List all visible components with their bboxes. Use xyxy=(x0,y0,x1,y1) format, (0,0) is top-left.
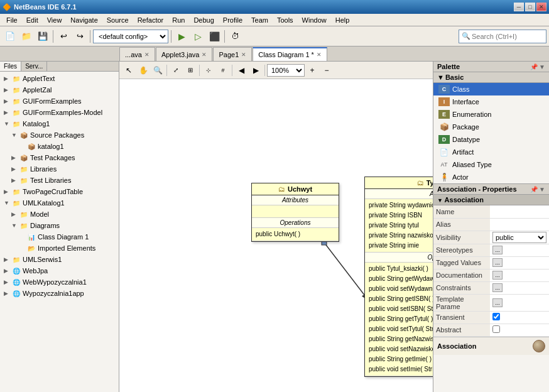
redo-button[interactable]: ↪ xyxy=(72,29,87,44)
menu-item-run[interactable]: Run xyxy=(168,15,188,25)
grid-tool[interactable]: # xyxy=(216,63,230,77)
doc-btn[interactable]: ... xyxy=(492,271,503,280)
tree-item-guiform[interactable]: ▶ 📁 GUIFormExamples xyxy=(1,95,117,107)
maximize-button[interactable]: □ xyxy=(525,3,535,11)
template-btn[interactable]: ... xyxy=(492,298,503,307)
tab-applet3[interactable]: Applet3.java ✕ xyxy=(156,47,213,61)
save-button[interactable]: 💾 xyxy=(35,29,50,44)
assoc-name-value[interactable] xyxy=(490,205,549,218)
palette-menu-icon[interactable]: ▼ xyxy=(539,63,545,70)
assoc-doc-value[interactable]: ... xyxy=(490,269,549,281)
palette-pin-icon[interactable]: 📌 xyxy=(530,63,538,70)
palette-basic-title[interactable]: ▼ Basic xyxy=(433,72,549,83)
tree-item-test-packages[interactable]: ▶ 📦 Test Packages xyxy=(1,152,117,163)
assoc-transient-value[interactable] xyxy=(490,311,549,324)
assoc-menu-icon[interactable]: ▼ xyxy=(539,186,545,193)
assoc-visibility-value[interactable]: public private protected xyxy=(490,231,549,244)
stereo-btn[interactable]: ... xyxy=(492,246,503,254)
undo-button[interactable]: ↩ xyxy=(56,29,71,44)
palette-item-interface[interactable]: I Interface xyxy=(433,95,549,108)
menu-item-team[interactable]: Team xyxy=(247,15,272,25)
new-button[interactable]: 📄 xyxy=(3,29,18,44)
tree-item-diagrams[interactable]: ▼ 📁 Diagrams xyxy=(1,220,117,231)
abstract-checkbox[interactable] xyxy=(492,325,500,333)
tree-item-source-packages[interactable]: ▼ 📦 Source Packages xyxy=(1,129,117,141)
snap-tool[interactable]: ⊹ xyxy=(202,63,215,77)
search-box[interactable]: 🔍 xyxy=(459,30,546,43)
config-combo[interactable]: <default config> xyxy=(93,30,168,43)
tab-applet3-close[interactable]: ✕ xyxy=(202,52,207,58)
zoom-out-btn[interactable]: − xyxy=(320,63,334,77)
diagram-canvas[interactable]: 🗂 Uchwyt Attributes Operations public Uc… xyxy=(119,79,433,392)
open-button[interactable]: 📁 xyxy=(19,29,34,44)
debug-button[interactable]: ▷ xyxy=(190,29,205,44)
left-tab-serv[interactable]: Serv... xyxy=(21,62,47,71)
menu-item-file[interactable]: File xyxy=(3,15,21,25)
menu-item-debug[interactable]: Debug xyxy=(190,15,217,25)
tab-class-diagram[interactable]: Class Diagram 1 * ✕ xyxy=(253,47,327,61)
zoom-select[interactable]: 100% xyxy=(267,64,305,77)
select-tool[interactable]: ↖ xyxy=(122,63,136,77)
tree-item-model[interactable]: ▶ 📁 Model xyxy=(1,209,117,220)
tree-item-katalog1-pkg[interactable]: 📦 katalog1 xyxy=(1,141,117,152)
uml-class-uchwyt[interactable]: 🗂 Uchwyt Attributes Operations public Uc… xyxy=(251,183,339,242)
tree-item-appletzal[interactable]: ▶ 📁 AppletZal xyxy=(1,84,117,95)
menu-item-source[interactable]: Source xyxy=(103,15,133,25)
tab-page1-close[interactable]: ✕ xyxy=(241,52,246,58)
tagged-btn[interactable]: ... xyxy=(492,258,503,267)
assoc-pin-icon[interactable]: 📌 xyxy=(530,186,538,193)
search-input[interactable] xyxy=(472,33,543,40)
palette-item-actor[interactable]: 🧍 Actor xyxy=(433,171,549,183)
file-tree[interactable]: ▶ 📁 AppletText ▶ 📁 AppletZal ▶ 📁 GUIForm… xyxy=(0,72,119,392)
pan-tool[interactable]: ✋ xyxy=(136,63,150,77)
tree-item-umlserwis[interactable]: ▶ 📁 UMLSerwis1 xyxy=(1,254,117,265)
back-tool[interactable]: ◀ xyxy=(234,63,248,77)
tree-item-wypozyczalnia1app[interactable]: ▶ 🌐 Wypozyczalnia1app xyxy=(1,288,117,299)
titlebar-controls[interactable]: ─ □ ✕ xyxy=(514,3,546,11)
menu-item-window[interactable]: Window xyxy=(298,15,330,25)
menu-item-refactor[interactable]: Refactor xyxy=(134,15,168,25)
tab-ava-close[interactable]: ✕ xyxy=(144,52,149,58)
tree-item-imported-elements[interactable]: 📂 Imported Elements xyxy=(1,242,117,254)
tree-item-umlkatalog1[interactable]: ▼ 📁 UMLKatalog1 xyxy=(1,197,117,209)
close-button[interactable]: ✕ xyxy=(536,3,546,11)
palette-item-class[interactable]: C Class xyxy=(433,83,549,95)
palette-item-enumeration[interactable]: E Enumeration xyxy=(433,108,549,121)
assoc-tagged-value[interactable]: ... xyxy=(490,256,549,269)
menu-item-tools[interactable]: Tools xyxy=(273,15,297,25)
stop-button[interactable]: ⬛ xyxy=(207,29,222,44)
menu-item-view[interactable]: View xyxy=(43,15,66,25)
assoc-constraints-value[interactable]: ... xyxy=(490,281,549,294)
menu-item-edit[interactable]: Edit xyxy=(23,15,42,25)
layout-tool[interactable]: ⊞ xyxy=(183,63,197,77)
assoc-abstract-value[interactable] xyxy=(490,324,549,336)
minimize-button[interactable]: ─ xyxy=(514,3,524,11)
tree-item-applettext[interactable]: ▶ 📁 AppletText xyxy=(1,73,117,84)
assoc-name-input[interactable] xyxy=(492,208,546,215)
transient-checkbox[interactable] xyxy=(492,313,500,320)
assoc-stereo-value[interactable]: ... xyxy=(490,244,549,256)
uml-class-tytul[interactable]: 🗂 Tytul_ksiazki Attributes private Strin… xyxy=(364,177,433,377)
assoc-visibility-select[interactable]: public private protected xyxy=(492,232,546,243)
left-tab-files[interactable]: Files xyxy=(0,62,21,71)
palette-item-datatype[interactable]: D Datatype xyxy=(433,133,549,146)
tab-page1[interactable]: Page1 ✕ xyxy=(213,47,252,61)
palette-item-package[interactable]: 📦 Package xyxy=(433,121,549,133)
palette-item-aliased-type[interactable]: AT Aliased Type xyxy=(433,158,549,171)
menu-item-profile[interactable]: Profile xyxy=(219,15,246,25)
profile-button[interactable]: ⏱ xyxy=(227,29,242,44)
menu-item-navigate[interactable]: Navigate xyxy=(67,15,101,25)
menu-item-help[interactable]: Help xyxy=(332,15,354,25)
assoc-alias-value[interactable] xyxy=(490,218,549,231)
assoc-alias-input[interactable] xyxy=(492,220,546,228)
palette-item-artifact[interactable]: 📄 Artifact xyxy=(433,146,549,158)
tree-item-guiformmodel[interactable]: ▶ 📁 GUIFormExamples-Model xyxy=(1,107,117,118)
run-button[interactable]: ▶ xyxy=(174,29,189,44)
constraints-btn[interactable]: ... xyxy=(492,283,503,292)
tree-item-twopage[interactable]: ▶ 📁 TwoPageCrudTable xyxy=(1,186,117,197)
tree-item-test-libraries[interactable]: ▶ 📁 Test Libraries xyxy=(1,175,117,186)
tree-item-webjpa[interactable]: ▶ 🌐 WebJpa xyxy=(1,265,117,276)
tree-item-libraries[interactable]: ▶ 📁 Libraries xyxy=(1,163,117,175)
tree-item-webwypozyczalnia[interactable]: ▶ 🌐 WebWypozyczalnia1 xyxy=(1,276,117,288)
tree-item-katalog1[interactable]: ▼ 📁 Katalog1 xyxy=(1,118,117,129)
